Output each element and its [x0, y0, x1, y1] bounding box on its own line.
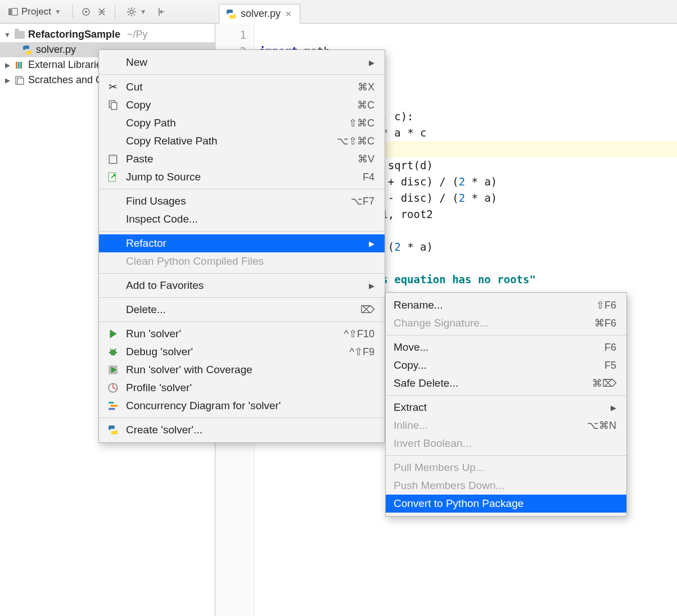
target-icon[interactable] [81, 7, 91, 17]
menu-shortcut: ⌘V [330, 153, 374, 165]
gear-icon [127, 7, 137, 17]
close-icon[interactable]: ✕ [285, 10, 292, 19]
svg-point-5 [130, 10, 133, 13]
menu-safe-delete[interactable]: Safe Delete...⌘⌦ [386, 374, 626, 392]
menu-separator [386, 395, 626, 396]
menu-shortcut: ⌥⌘N [571, 419, 616, 432]
menu-invert-boolean[interactable]: Invert Boolean... [386, 434, 626, 452]
code-token: * a) [401, 241, 433, 253]
menu-separator [99, 321, 385, 322]
svg-rect-1 [12, 8, 17, 15]
menu-separator [99, 297, 385, 298]
menu-move[interactable]: Move...F6 [386, 338, 626, 356]
menu-inspect-code[interactable]: Inspect Code... [99, 210, 385, 228]
menu-run[interactable]: Run 'solver'^⇧F10 [99, 325, 385, 343]
menu-copy[interactable]: Copy⌘C [99, 96, 385, 114]
menu-separator [99, 74, 385, 75]
chevron-down-icon: ▼ [55, 8, 61, 16]
menu-run-coverage[interactable]: Run 'solver' with Coverage [99, 361, 385, 379]
menu-cut[interactable]: ✂Cut⌘X [99, 78, 385, 96]
gear-dropdown[interactable]: ▼ [123, 4, 150, 19]
svg-line-12 [128, 14, 129, 15]
menu-push-down[interactable]: Push Members Down... [386, 477, 626, 495]
menu-refactor[interactable]: Refactor▶ [99, 234, 385, 252]
menu-extract[interactable]: Extract▶ [386, 398, 626, 416]
menu-new[interactable]: New▶ [99, 53, 385, 71]
menu-shortcut: ⌘X [330, 81, 374, 93]
menu-separator [99, 273, 385, 274]
menu-label: Add to Favorites [126, 279, 362, 292]
menu-concurrency[interactable]: Concurrency Diagram for 'solver' [99, 397, 385, 415]
menu-label: Debug 'solver' [126, 346, 323, 358]
bug-icon [107, 346, 119, 357]
menu-add-favorites[interactable]: Add to Favorites▶ [99, 277, 385, 295]
run-icon [107, 328, 119, 339]
cut-icon: ✂ [107, 80, 119, 93]
menu-label: Inline... [394, 419, 565, 432]
menu-label: Delete... [126, 304, 323, 316]
menu-label: Find Usages [126, 195, 323, 207]
concurrency-icon [107, 400, 119, 411]
chevron-down-icon: ▼ [3, 31, 11, 39]
menu-rename[interactable]: Rename...⇧F6 [386, 296, 626, 314]
menu-convert-package[interactable]: Convert to Python Package [386, 495, 626, 513]
separator [115, 5, 115, 19]
menu-debug[interactable]: Debug 'solver'^⇧F9 [99, 343, 385, 361]
menu-label: Safe Delete... [394, 377, 565, 389]
menu-label: Move... [394, 341, 565, 354]
menu-copy-path[interactable]: Copy Path⇧⌘C [99, 114, 385, 132]
menu-label: Paste [126, 153, 323, 165]
context-menu: New▶ ✂Cut⌘X Copy⌘C Copy Path⇧⌘C Copy Rel… [98, 49, 385, 443]
menu-shortcut: F4 [330, 171, 374, 183]
menu-label: Change Signature... [394, 317, 565, 329]
menu-label: Convert to Python Package [394, 497, 616, 510]
file-name: solver.py [36, 44, 76, 56]
menu-profile[interactable]: Profile 'solver' [99, 379, 385, 397]
svg-line-10 [128, 8, 129, 10]
menu-shortcut: ⌘C [330, 99, 374, 111]
menu-label: Extract [394, 401, 604, 414]
tree-root[interactable]: ▼ RefactoringSample ~/Py [0, 27, 215, 42]
menu-label: Run 'solver' with Coverage [126, 364, 374, 376]
project-label: Project [21, 6, 51, 17]
submenu-arrow-icon: ▶ [369, 282, 374, 290]
menu-shortcut: ⌥⇧⌘C [330, 135, 374, 147]
menu-label: Concurrency Diagram for 'solver' [126, 400, 374, 412]
menu-jump-to-source[interactable]: Jump to SourceF4 [99, 168, 385, 186]
menu-inline[interactable]: Inline...⌥⌘N [386, 416, 626, 434]
svg-rect-21 [111, 103, 117, 110]
svg-rect-23 [111, 154, 115, 156]
profile-icon [107, 382, 119, 393]
menu-copy-relative-path[interactable]: Copy Relative Path⌥⇧⌘C [99, 132, 385, 150]
menu-shortcut: ⇧⌘C [330, 117, 374, 129]
menu-shortcut: ⌥F7 [330, 195, 374, 207]
menu-label: Copy [126, 99, 323, 111]
hide-panel-icon[interactable] [156, 7, 166, 17]
line-number: 1 [215, 27, 246, 43]
menu-delete[interactable]: Delete...⌦ [99, 301, 385, 319]
menu-label: Jump to Source [126, 171, 323, 183]
menu-find-usages[interactable]: Find Usages⌥F7 [99, 192, 385, 210]
chevron-right-icon: ▶ [3, 61, 11, 69]
menu-clean-compiled[interactable]: Clean Python Compiled Files [99, 252, 385, 270]
project-dropdown[interactable]: Project ▼ [4, 4, 65, 20]
tab-solver[interactable]: solver.py ✕ [219, 4, 300, 24]
menu-create-solver[interactable]: Create 'solver'... [99, 421, 385, 439]
svg-line-13 [134, 8, 135, 10]
menu-label: Cut [126, 81, 323, 93]
svg-point-3 [85, 11, 87, 13]
menu-label: Refactor [126, 237, 362, 250]
tab-bar: solver.py ✕ [215, 0, 677, 24]
menu-pull-up[interactable]: Pull Members Up... [386, 459, 626, 477]
svg-rect-16 [18, 62, 20, 69]
menu-change-signature[interactable]: Change Signature...⌘F6 [386, 314, 626, 332]
svg-rect-19 [17, 78, 24, 84]
ext-libs-label: External Libraries [28, 59, 107, 71]
collapse-icon[interactable] [97, 7, 107, 17]
menu-paste[interactable]: Paste⌘V [99, 150, 385, 168]
menu-separator [386, 455, 626, 456]
code-token: 2 [394, 241, 400, 253]
libraries-icon [15, 60, 25, 70]
menu-copy[interactable]: Copy...F5 [386, 356, 626, 374]
menu-shortcut: ⇧F6 [571, 299, 616, 311]
